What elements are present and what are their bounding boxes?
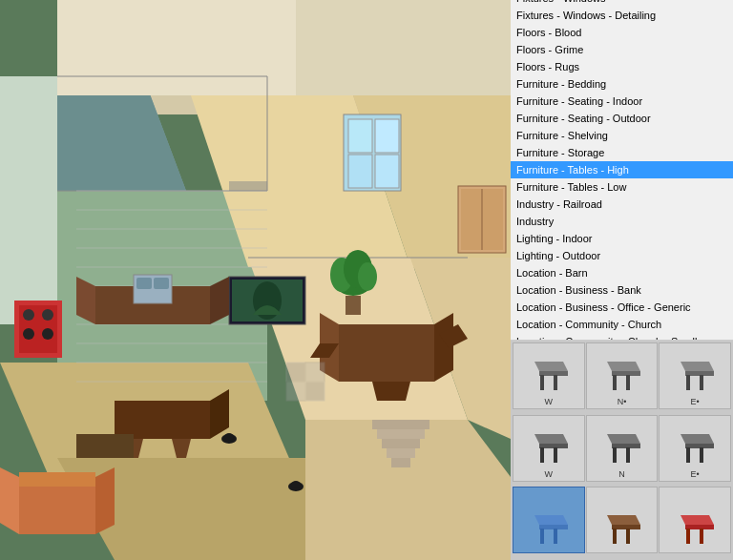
svg-marker-85 — [391, 458, 410, 467]
svg-marker-14 — [57, 0, 296, 95]
svg-rect-33 — [375, 119, 399, 153]
svg-rect-104 — [540, 447, 544, 463]
thumbnail-t5[interactable]: N — [586, 415, 659, 482]
svg-marker-98 — [681, 362, 714, 371]
svg-point-48 — [23, 309, 34, 321]
svg-marker-102 — [534, 434, 568, 444]
svg-rect-92 — [540, 375, 544, 390]
svg-rect-34 — [348, 155, 372, 188]
svg-rect-109 — [626, 447, 630, 463]
category-list[interactable]: CarpentryConstructionFixtures - Bathroom… — [511, 0, 733, 341]
svg-rect-32 — [348, 119, 372, 153]
svg-rect-117 — [554, 529, 557, 544]
svg-rect-44 — [136, 278, 152, 289]
category-item-lighting-outdoor[interactable]: Lighting - Outdoor — [511, 247, 733, 264]
category-item-floors-rugs[interactable]: Floors - Rugs — [511, 58, 733, 75]
svg-rect-108 — [613, 447, 617, 463]
svg-marker-61 — [339, 324, 434, 382]
category-item-location-barn[interactable]: Location - Barn — [511, 264, 733, 281]
svg-marker-15 — [296, 0, 511, 95]
svg-point-73 — [224, 433, 234, 441]
thumbnail-t3[interactable]: E• — [659, 342, 731, 409]
thumbnail-label-t3: E• — [691, 397, 700, 406]
category-item-furniture-storage[interactable]: Furniture - Storage — [511, 144, 733, 161]
category-item-floors-grime[interactable]: Floors - Grime — [511, 41, 733, 58]
svg-rect-79 — [286, 382, 305, 401]
thumbnail-label-t6: E• — [691, 469, 700, 479]
category-item-furniture-tables-low[interactable]: Furniture - Tables - Low — [511, 178, 733, 196]
category-item-location-business-office-generic[interactable]: Location - Business - Office - Generic — [511, 299, 733, 316]
svg-marker-106 — [607, 434, 640, 444]
thumbnail-label-t1: W — [545, 397, 554, 406]
svg-rect-60 — [346, 296, 361, 315]
thumbnail-label-t4: W — [545, 469, 554, 479]
svg-point-59 — [358, 262, 377, 291]
svg-marker-114 — [534, 515, 568, 525]
svg-rect-124 — [686, 529, 690, 544]
right-panel: CarpentryConstructionFixtures - Bathroom… — [511, 0, 733, 560]
category-item-fixtures-windows-detailing[interactable]: Fixtures - Windows - Detailing — [511, 7, 733, 24]
svg-rect-96 — [613, 375, 617, 390]
svg-marker-94 — [607, 362, 640, 371]
svg-rect-125 — [700, 529, 703, 544]
category-item-location-community-church-small[interactable]: Location - Community - Church - Small — [511, 333, 733, 341]
svg-rect-76 — [229, 181, 267, 191]
category-item-industry-railroad[interactable]: Industry - Railroad — [511, 196, 733, 213]
svg-rect-113 — [700, 447, 703, 463]
thumbnail-t7[interactable] — [513, 487, 585, 553]
svg-marker-52 — [115, 401, 210, 439]
svg-rect-35 — [375, 155, 399, 188]
category-item-lighting-indoor[interactable]: Lighting - Indoor — [511, 230, 733, 247]
category-item-fixtures-windows[interactable]: Fixtures - Windows — [511, 0, 733, 7]
category-item-location-community-church[interactable]: Location - Community - Church — [511, 316, 733, 333]
svg-rect-70 — [19, 472, 95, 487]
thumbnail-t1[interactable]: W — [513, 342, 585, 409]
svg-marker-84 — [387, 448, 415, 458]
category-item-industry[interactable]: Industry — [511, 213, 733, 230]
svg-marker-71 — [76, 434, 134, 458]
category-item-furniture-shelving[interactable]: Furniture - Shelving — [511, 127, 733, 144]
svg-rect-120 — [613, 529, 617, 544]
svg-point-51 — [42, 328, 53, 340]
svg-marker-122 — [681, 515, 714, 525]
svg-marker-118 — [607, 515, 640, 525]
svg-point-50 — [23, 328, 34, 340]
thumbnail-label-t5: N — [618, 469, 625, 479]
category-item-floors-blood[interactable]: Floors - Blood — [511, 24, 733, 41]
svg-rect-100 — [686, 375, 690, 390]
svg-marker-83 — [382, 439, 420, 448]
svg-rect-93 — [554, 375, 557, 390]
thumbnail-t6[interactable]: E• — [659, 415, 731, 482]
svg-marker-110 — [681, 434, 714, 444]
svg-rect-116 — [540, 529, 544, 544]
category-item-location-business-bank[interactable]: Location - Business - Bank — [511, 281, 733, 299]
svg-rect-97 — [626, 375, 630, 390]
svg-marker-90 — [534, 362, 568, 371]
svg-marker-82 — [377, 429, 425, 439]
thumbnail-grid[interactable]: WN•E•WNE• — [511, 341, 733, 560]
thumbnail-t9[interactable] — [659, 487, 731, 553]
svg-marker-69 — [0, 467, 19, 534]
game-viewport[interactable]: Lighting . — [0, 0, 511, 560]
svg-marker-13 — [0, 76, 57, 324]
category-item-furniture-seating-outdoor[interactable]: Furniture - Seating - Outdoor — [511, 110, 733, 127]
thumbnail-t2[interactable]: N• — [586, 342, 659, 409]
svg-rect-101 — [700, 375, 703, 390]
svg-marker-64 — [372, 382, 410, 401]
thumbnail-t4[interactable]: W — [513, 415, 585, 482]
svg-rect-121 — [626, 529, 630, 544]
svg-marker-81 — [372, 420, 429, 429]
svg-marker-68 — [95, 467, 115, 534]
svg-rect-80 — [305, 382, 325, 401]
thumbnail-label-t2: N• — [618, 397, 627, 406]
category-item-furniture-tables-high[interactable]: Furniture - Tables - High — [511, 161, 733, 178]
svg-rect-105 — [554, 447, 557, 463]
category-item-furniture-bedding[interactable]: Furniture - Bedding — [511, 75, 733, 93]
svg-point-49 — [42, 309, 53, 321]
svg-rect-78 — [305, 363, 325, 382]
svg-point-75 — [291, 481, 301, 488]
svg-rect-45 — [154, 278, 169, 289]
category-item-furniture-seating-indoor[interactable]: Furniture - Seating - Indoor — [511, 93, 733, 110]
thumbnail-t8[interactable] — [586, 487, 659, 553]
svg-rect-112 — [686, 447, 690, 463]
